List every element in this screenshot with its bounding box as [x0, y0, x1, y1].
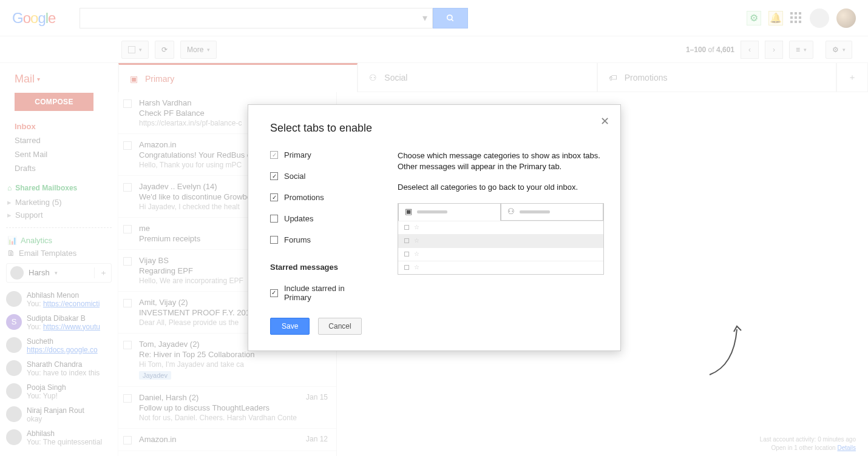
preview-row: ☆	[398, 234, 603, 247]
checkbox-icon	[270, 172, 278, 180]
preview-row: ☆	[398, 221, 603, 234]
inbox-icon: ▣	[405, 206, 412, 217]
select-tabs-dialog: ✕ Select tabs to enable PrimarySocialPro…	[248, 104, 621, 351]
preview-tab-primary: ▣	[398, 204, 501, 221]
people-icon: ⚇	[507, 206, 515, 217]
checkbox-icon	[270, 151, 278, 159]
dialog-close-button[interactable]: ✕	[600, 115, 609, 128]
checkbox-icon	[270, 215, 278, 223]
tab-option-primary: Primary	[270, 150, 373, 159]
preview-tab-social: ⚇	[501, 204, 603, 221]
preview-row: ☆	[398, 247, 603, 261]
tab-option-promotions[interactable]: Promotions	[270, 193, 373, 202]
checkbox-icon	[270, 236, 278, 244]
tab-option-social[interactable]: Social	[270, 172, 373, 181]
preview-row: ☆	[398, 261, 603, 274]
dialog-title: Select tabs to enable	[270, 122, 598, 135]
include-starred-option[interactable]: Include starred in Primary	[270, 284, 373, 302]
starred-heading: Starred messages	[270, 263, 373, 272]
checkbox-icon	[270, 193, 278, 201]
save-button[interactable]: Save	[270, 318, 310, 335]
tab-option-forums[interactable]: Forums	[270, 235, 373, 244]
dialog-info: Choose which message categories to show …	[398, 150, 604, 302]
tab-option-updates[interactable]: Updates	[270, 214, 373, 223]
checkbox-icon	[270, 289, 278, 297]
tabs-preview: ▣ ⚇ ☆ ☆ ☆ ☆	[398, 203, 604, 275]
cancel-button[interactable]: Cancel	[318, 318, 361, 335]
